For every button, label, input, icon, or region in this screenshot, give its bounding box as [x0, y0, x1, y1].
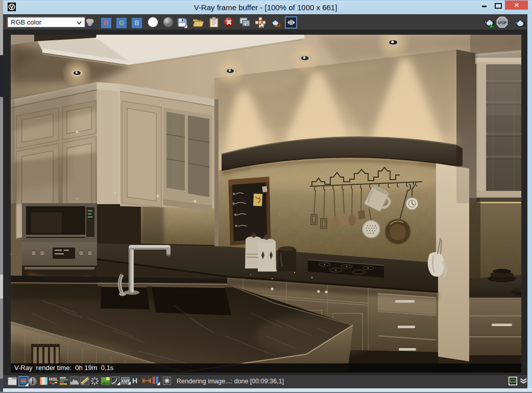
svg-text:LUT: LUT — [122, 379, 130, 383]
svg-text:HSL: HSL — [49, 377, 59, 382]
svg-text:STOP: STOP — [498, 21, 507, 24]
